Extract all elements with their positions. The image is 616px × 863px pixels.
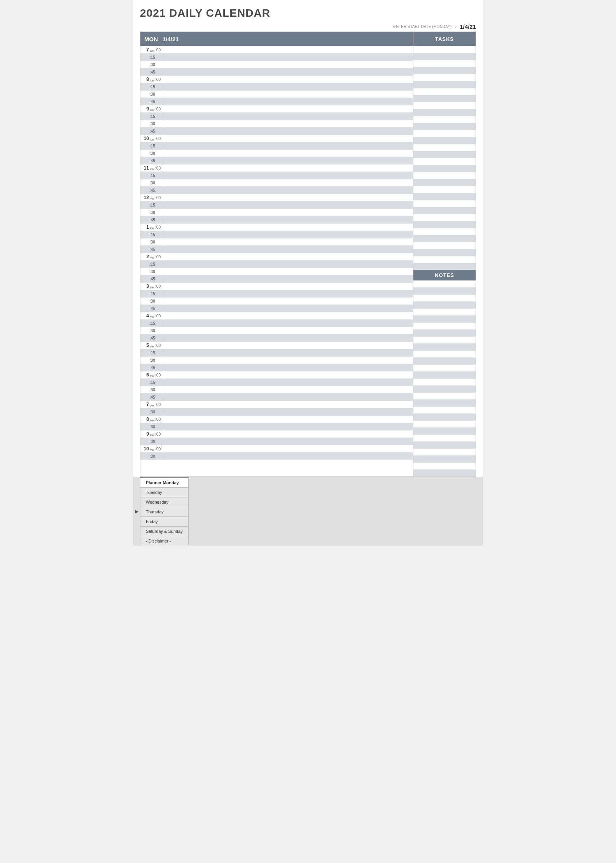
note-row[interactable] (413, 364, 476, 371)
time-cell[interactable] (164, 172, 413, 179)
note-row[interactable] (413, 420, 476, 427)
note-row[interactable] (413, 301, 476, 308)
note-row[interactable] (413, 448, 476, 455)
task-row[interactable] (413, 214, 476, 221)
time-cell[interactable] (164, 394, 413, 401)
time-cell[interactable] (164, 142, 413, 149)
task-row[interactable] (413, 144, 476, 151)
note-row[interactable] (413, 294, 476, 301)
task-row[interactable] (413, 263, 476, 270)
task-row[interactable] (413, 221, 476, 228)
time-cell[interactable] (164, 253, 413, 260)
time-cell[interactable] (164, 298, 413, 305)
task-row[interactable] (413, 235, 476, 242)
task-row[interactable] (413, 207, 476, 214)
time-cell[interactable] (164, 224, 413, 231)
time-cell[interactable] (164, 445, 413, 452)
time-cell[interactable] (164, 120, 413, 127)
time-cell[interactable] (164, 194, 413, 201)
task-row[interactable] (413, 151, 476, 158)
time-cell[interactable] (164, 275, 413, 282)
time-cell[interactable] (164, 386, 413, 393)
task-row[interactable] (413, 186, 476, 193)
task-row[interactable] (413, 60, 476, 67)
time-cell[interactable] (164, 54, 413, 61)
time-cell[interactable] (164, 68, 413, 75)
time-cell[interactable] (164, 46, 413, 53)
note-row[interactable] (413, 371, 476, 378)
time-cell[interactable] (164, 312, 413, 319)
task-row[interactable] (413, 179, 476, 186)
time-cell[interactable] (164, 150, 413, 157)
task-row[interactable] (413, 95, 476, 102)
tab-scroll-arrow[interactable]: ▶ (133, 509, 140, 514)
note-row[interactable] (413, 462, 476, 469)
time-cell[interactable] (164, 105, 413, 112)
task-row[interactable] (413, 74, 476, 81)
note-row[interactable] (413, 399, 476, 406)
note-row[interactable] (413, 343, 476, 350)
task-row[interactable] (413, 193, 476, 200)
date-entry-value[interactable]: 1/4/21 (460, 23, 476, 30)
time-cell[interactable] (164, 165, 413, 172)
note-row[interactable] (413, 413, 476, 420)
time-cell[interactable] (164, 187, 413, 194)
time-cell[interactable] (164, 246, 413, 253)
tab-planner-monday[interactable]: Planner Monday (140, 477, 189, 487)
time-cell[interactable] (164, 209, 413, 216)
time-cell[interactable] (164, 423, 413, 430)
note-row[interactable] (413, 329, 476, 336)
note-row[interactable] (413, 350, 476, 357)
time-cell[interactable] (164, 61, 413, 68)
time-cell[interactable] (164, 349, 413, 356)
task-row[interactable] (413, 165, 476, 172)
time-cell[interactable] (164, 408, 413, 415)
time-cell[interactable] (164, 216, 413, 223)
task-row[interactable] (413, 200, 476, 207)
time-cell[interactable] (164, 238, 413, 245)
task-row[interactable] (413, 46, 476, 53)
time-cell[interactable] (164, 290, 413, 297)
task-row[interactable] (413, 172, 476, 179)
time-cell[interactable] (164, 453, 413, 460)
time-cell[interactable] (164, 76, 413, 83)
note-row[interactable] (413, 322, 476, 329)
time-cell[interactable] (164, 334, 413, 341)
time-cell[interactable] (164, 438, 413, 445)
note-row[interactable] (413, 434, 476, 441)
tab-thursday[interactable]: Thursday (140, 507, 189, 516)
time-cell[interactable] (164, 371, 413, 378)
task-row[interactable] (413, 242, 476, 249)
task-row[interactable] (413, 116, 476, 123)
note-row[interactable] (413, 469, 476, 476)
task-row[interactable] (413, 88, 476, 95)
tab-wednesday[interactable]: Wednesday (140, 497, 189, 507)
note-row[interactable] (413, 378, 476, 385)
time-cell[interactable] (164, 201, 413, 208)
task-row[interactable] (413, 137, 476, 144)
time-cell[interactable] (164, 231, 413, 238)
task-row[interactable] (413, 67, 476, 74)
time-cell[interactable] (164, 113, 413, 120)
task-row[interactable] (413, 81, 476, 88)
task-row[interactable] (413, 53, 476, 60)
note-row[interactable] (413, 427, 476, 434)
tab--disclaimer-[interactable]: - Disclaimer - (140, 536, 189, 546)
time-cell[interactable] (164, 416, 413, 423)
time-cell[interactable] (164, 157, 413, 164)
task-row[interactable] (413, 123, 476, 130)
time-cell[interactable] (164, 320, 413, 327)
time-cell[interactable] (164, 379, 413, 386)
note-row[interactable] (413, 280, 476, 287)
time-cell[interactable] (164, 283, 413, 290)
time-cell[interactable] (164, 401, 413, 408)
time-cell[interactable] (164, 179, 413, 186)
note-row[interactable] (413, 357, 476, 364)
time-cell[interactable] (164, 83, 413, 90)
note-row[interactable] (413, 287, 476, 294)
time-cell[interactable] (164, 98, 413, 105)
task-row[interactable] (413, 256, 476, 263)
note-row[interactable] (413, 441, 476, 448)
note-row[interactable] (413, 455, 476, 462)
time-cell[interactable] (164, 364, 413, 371)
